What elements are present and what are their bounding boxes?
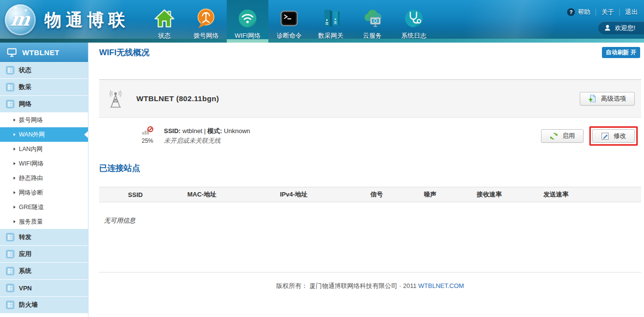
- sidebar-item-system[interactable]: 系统: [0, 263, 88, 280]
- col-mac-address: MAC-地址: [172, 187, 232, 202]
- antenna-icon: [107, 90, 124, 108]
- table-header-row: SSID MAC-地址 IPv4-地址 信号 噪声 接收速率 发送速率: [99, 187, 641, 202]
- edit-icon: [601, 132, 609, 140]
- tab-system-logs[interactable]: 系统日志: [393, 0, 435, 43]
- ssid-line: SSID: wtblnet | 模式: Unknown: [164, 126, 250, 136]
- wifi-overview-panel: WTBLNET (802.11bgn) 高级选项: [99, 79, 641, 154]
- list-icon: [6, 233, 15, 242]
- tab-dialup-network[interactable]: 拨号网络: [185, 0, 227, 43]
- chevron-right-icon: [14, 148, 15, 151]
- wifi-icon: [237, 7, 258, 30]
- brand: m ✦ ✦ 物通博联: [5, 4, 130, 35]
- col-tx-rate: 发送速率: [516, 187, 596, 202]
- advanced-options-button[interactable]: 高级选项: [580, 92, 635, 106]
- about-link[interactable]: 关于: [601, 8, 614, 16]
- sidebar-item-vpn[interactable]: VPN: [0, 280, 88, 297]
- footer: 版权所有： 厦门物通博联网络科技有限公司 · 2011 WTBLNET.COM: [99, 282, 641, 290]
- sidebar: WTBLNET 状态 数采 网络 拨号网络 WAN外网 LAN内网: [0, 43, 88, 317]
- sidebar-item-label: 状态: [19, 66, 31, 75]
- sidebar-item-forwarding[interactable]: 转发: [0, 229, 88, 246]
- sidebar-item-network[interactable]: 网络: [0, 96, 88, 113]
- sidebar-item-wan[interactable]: WAN外网: [0, 127, 88, 142]
- help-icon: ?: [567, 8, 575, 16]
- tab-status[interactable]: 状态: [144, 0, 185, 43]
- empty-table-message: 无可用信息: [104, 216, 641, 225]
- welcome-text: 欢迎您!: [615, 24, 635, 32]
- tab-diagnostic-command[interactable]: 诊断命令: [268, 0, 310, 43]
- terminal-icon: [279, 7, 299, 30]
- home-icon: [154, 7, 175, 30]
- cloud-icon: [361, 7, 383, 30]
- col-signal: 信号: [355, 187, 398, 202]
- logout-link[interactable]: 退出: [625, 8, 638, 16]
- modify-label: 修改: [614, 132, 626, 140]
- list-icon: [6, 66, 15, 75]
- list-icon: [6, 301, 15, 309]
- chevron-right-icon: [14, 177, 15, 180]
- router-admin-screen: m ✦ ✦ 物通博联 状态: [0, 0, 644, 317]
- sidebar-item-network-diagnosis[interactable]: 网络诊断: [0, 185, 88, 200]
- sidebar-item-label: WIFI网络: [19, 160, 44, 168]
- sidebar-item-label: 拨号网络: [19, 116, 43, 124]
- divider: [619, 9, 620, 15]
- connected-stations-title: 已连接站点: [99, 163, 641, 174]
- sidebar-item-firewall[interactable]: 防火墙: [0, 297, 88, 314]
- brand-logo-icon: m ✦ ✦: [5, 4, 36, 35]
- sidebar-item-label: 服务质量: [19, 218, 43, 226]
- advanced-options-icon: [588, 94, 597, 103]
- signal-indicator: 25%: [136, 128, 159, 144]
- col-ipv4-address: IPv4-地址: [232, 187, 355, 202]
- tab-label: 拨号网络: [193, 32, 219, 39]
- list-icon: [6, 267, 15, 275]
- modify-button-highlight: 修改: [589, 126, 638, 146]
- auto-refresh-toggle[interactable]: 自动刷新 开: [602, 47, 640, 58]
- sidebar-item-label: VPN: [19, 285, 32, 292]
- tab-label: 系统日志: [401, 32, 426, 39]
- footer-link[interactable]: WTBLNET.COM: [418, 282, 464, 289]
- sidebar-item-lan[interactable]: LAN内网: [0, 142, 88, 156]
- selected-notch-icon: [84, 131, 88, 138]
- help-link[interactable]: 帮助: [578, 8, 590, 16]
- sidebar-item-label: 转发: [19, 233, 31, 242]
- divider: [596, 9, 596, 15]
- footer-divider: [99, 272, 641, 272]
- tab-label: 数采网关: [318, 32, 343, 39]
- sidebar-item-label: 数采: [19, 83, 31, 91]
- sidebar-item-gre-tunnel[interactable]: GRE隧道: [0, 200, 88, 214]
- tab-data-gateway[interactable]: 数采网关: [310, 0, 351, 43]
- sidebar-item-status[interactable]: 状态: [0, 62, 88, 79]
- modify-button[interactable]: 修改: [592, 129, 635, 143]
- sidebar-item-applications[interactable]: 应用: [0, 246, 88, 263]
- sidebar-item-dialup-network[interactable]: 拨号网络: [0, 113, 88, 127]
- col-spacer: [596, 187, 641, 202]
- brand-logo-glyph: m: [9, 8, 32, 30]
- page-title: WIFI无线概况: [99, 47, 149, 58]
- sidebar-item-label: LAN内网: [19, 145, 43, 153]
- sidebar-item-static-route[interactable]: 静态路由: [0, 171, 88, 185]
- tab-label: 诊断命令: [277, 32, 302, 39]
- tab-wifi-network[interactable]: WIFI网络: [227, 0, 268, 43]
- app-header: m ✦ ✦ 物通博联 状态: [0, 0, 644, 43]
- dialup-icon: [195, 7, 217, 30]
- sidebar-item-wifi-network[interactable]: WIFI网络: [0, 156, 88, 171]
- enable-refresh-icon: [550, 132, 558, 140]
- list-icon: [6, 284, 15, 292]
- ssid-info: SSID: wtblnet | 模式: Unknown 未开启或未关联无线: [164, 126, 250, 146]
- tab-cloud-service[interactable]: 云服务: [351, 0, 393, 43]
- gateway-icon: [321, 7, 341, 30]
- sidebar-item-qos[interactable]: 服务质量: [0, 214, 88, 229]
- welcome-badge[interactable]: 欢迎您!: [598, 21, 644, 34]
- chevron-right-icon: [14, 191, 15, 194]
- signal-blocked-icon: [142, 128, 153, 136]
- sidebar-item-data-collection[interactable]: 数采: [0, 79, 88, 96]
- chevron-right-icon: [14, 206, 15, 209]
- sidebar-item-label: 网络: [19, 100, 31, 108]
- copyright-text: 版权所有： 厦门物通博联网络科技有限公司 · 2011: [276, 282, 418, 289]
- list-icon: [6, 83, 15, 91]
- monitor-icon: [7, 48, 17, 57]
- list-icon: [6, 250, 15, 258]
- enable-button[interactable]: 启用: [541, 129, 584, 143]
- device-name: WTBLNET: [22, 48, 59, 57]
- sidebar-device-header[interactable]: WTBLNET: [0, 43, 88, 62]
- sparkle-icon: ✦: [14, 5, 17, 11]
